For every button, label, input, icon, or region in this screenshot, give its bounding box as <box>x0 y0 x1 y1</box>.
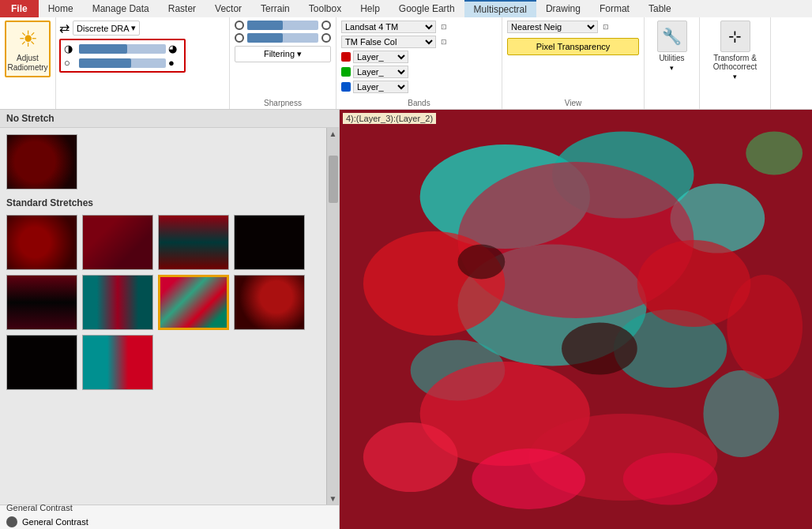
tab-toolbox[interactable]: Toolbox <box>299 0 351 17</box>
tab-manage-data[interactable]: Manage Data <box>83 0 159 17</box>
tab-raster[interactable]: Raster <box>159 0 205 17</box>
svg-point-15 <box>562 323 637 375</box>
scroll-up-arrow[interactable]: ▲ <box>328 128 339 140</box>
svg-point-19 <box>746 132 803 175</box>
tab-vector[interactable]: Vector <box>205 0 251 17</box>
resampling-expand-icon: ⊡ <box>603 23 609 31</box>
stretch-thumb-2[interactable] <box>82 215 153 270</box>
source-expand-icon: ⊡ <box>441 23 447 31</box>
band-red-dropdown[interactable]: Layer_ <box>353 51 408 63</box>
general-contrast-label: General Contrast <box>6 503 73 512</box>
stretch-thumb-0[interactable] <box>6 134 77 189</box>
tab-google-earth[interactable]: Google Earth <box>389 0 464 17</box>
standard-stretches-title: Standard Stretches <box>6 194 320 210</box>
bands-group-label: Bands <box>336 99 502 107</box>
source-dropdown-1[interactable]: Landsat 4 TM <box>341 21 436 33</box>
radio-source1[interactable] <box>235 21 244 30</box>
svg-point-18 <box>623 453 718 505</box>
contrast-slider-track <box>79 44 166 54</box>
general-contrast-text: General Contrast <box>22 517 88 527</box>
tab-format[interactable]: Format <box>590 0 639 17</box>
pixel-transparency-button[interactable]: Pixel Transparency <box>507 38 639 55</box>
stretch-thumb-selected[interactable] <box>158 275 229 330</box>
adjust-radiometry-label: Adjust Radiometry <box>6 54 49 73</box>
transform-chevron: ▾ <box>733 73 737 81</box>
scroll-track[interactable] <box>327 140 339 493</box>
no-stretch-title: No Stretch <box>0 110 339 128</box>
left-panel-scrollbar[interactable]: ▲ ▼ <box>326 128 339 505</box>
radio-target2[interactable] <box>321 33 331 43</box>
stretch-thumb-3[interactable] <box>158 215 229 270</box>
tab-home[interactable]: Home <box>39 0 83 17</box>
stretch-thumb-4[interactable] <box>234 215 305 270</box>
color-combo-expand-icon: ⊡ <box>441 38 447 46</box>
svg-point-16 <box>458 245 506 280</box>
brightness-slider-track <box>79 58 166 68</box>
radiometry-icon: ☀ <box>18 26 38 52</box>
band-blue-dropdown[interactable]: Layer_ <box>353 81 408 93</box>
svg-point-14 <box>727 275 803 379</box>
brightness-high-icon: ● <box>168 57 181 69</box>
filtering-button[interactable]: Filtering ▾ <box>235 46 331 62</box>
utilities-icon: 🔧 <box>657 21 687 52</box>
sharpness-section-label: Sharpness <box>230 99 336 107</box>
radio-slider-2-track <box>247 33 318 43</box>
contrast-dark-icon: ◑ <box>64 43 77 54</box>
resampling-dropdown[interactable]: Nearest Neig <box>507 21 598 33</box>
transform-icon: ⊹ <box>720 21 750 52</box>
stretch-thumb-5[interactable] <box>6 275 77 330</box>
transform-label: Transform & Orthocorrect <box>713 54 757 71</box>
stretch-thumb-9[interactable] <box>82 335 153 390</box>
svg-point-13 <box>363 422 458 492</box>
tab-table[interactable]: Table <box>639 0 681 17</box>
radio-slider-1-track <box>247 21 318 30</box>
svg-point-7 <box>703 370 779 457</box>
radio-source2[interactable] <box>235 33 244 43</box>
tab-drawing[interactable]: Drawing <box>536 0 590 17</box>
stretch-thumb-8[interactable] <box>6 335 77 390</box>
view-group-label: View <box>502 99 644 107</box>
dra-label: Discrete DRA <box>77 24 130 33</box>
general-contrast-icon <box>6 516 17 527</box>
contrast-bright-icon: ◕ <box>168 43 181 54</box>
satellite-image <box>340 110 812 529</box>
stretch-thumb-6[interactable] <box>82 275 153 330</box>
brightness-low-icon: ○ <box>64 57 77 69</box>
tab-terrain[interactable]: Terrain <box>251 0 299 17</box>
stretch-thumb-7[interactable] <box>234 275 305 330</box>
tab-file[interactable]: File <box>0 0 39 17</box>
filtering-chevron-icon: ▾ <box>297 49 302 58</box>
dra-icon: ⇄ <box>59 21 70 36</box>
band-green-dot <box>341 67 351 77</box>
scroll-thumb <box>329 156 338 203</box>
utilities-label: Utilities <box>659 54 684 62</box>
adjust-radiometry-button[interactable]: ☀ Adjust Radiometry <box>5 21 51 77</box>
tab-multispectral[interactable]: Multispectral <box>464 0 536 17</box>
band-green-dropdown[interactable]: Layer_ <box>353 66 408 78</box>
utilities-chevron: ▾ <box>670 64 674 72</box>
map-area: 4):(Layer_3):(Layer_2) <box>340 110 812 529</box>
svg-point-17 <box>472 448 585 509</box>
band-red-dot <box>341 52 351 62</box>
band-blue-dot <box>341 82 351 92</box>
tab-help[interactable]: Help <box>351 0 389 17</box>
dra-dropdown[interactable]: Discrete DRA ▾ <box>73 21 140 36</box>
filtering-label: Filtering <box>264 49 295 58</box>
dra-chevron-icon: ▾ <box>131 23 136 33</box>
map-layer-label: 4):(Layer_3):(Layer_2) <box>343 113 436 124</box>
color-combination-dropdown[interactable]: TM False Col <box>341 36 436 48</box>
stretch-thumb-1[interactable] <box>6 215 77 270</box>
radio-target1[interactable] <box>321 21 331 30</box>
